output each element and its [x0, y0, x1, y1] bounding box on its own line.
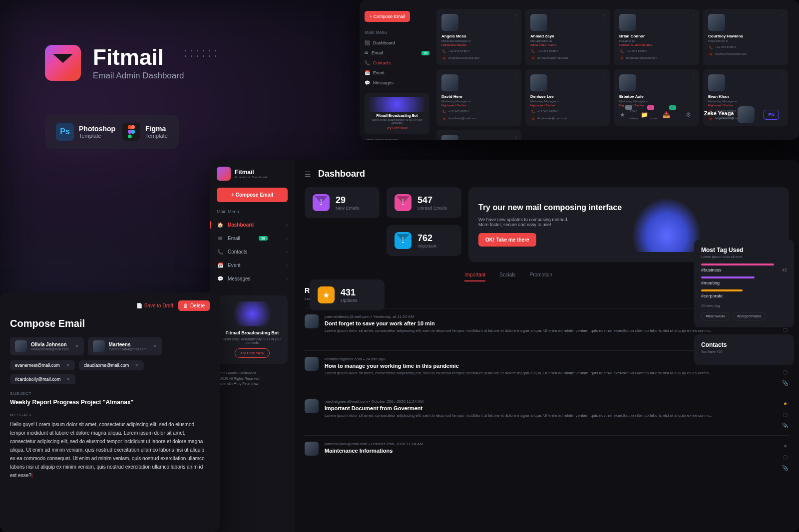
remove-icon: ✕ [66, 377, 70, 382]
tag-bar: #business45 [701, 264, 787, 272]
contact-card[interactable]: ⋮Ahmad ZaynPhotographer atAudio Video Te… [525, 9, 610, 65]
compose-panel: 📄 Save to Draft 🗑 Delete Compose Email O… [0, 292, 220, 532]
brand: FitmailEmail Admin Dashboard [217, 167, 288, 181]
recipient-chip[interactable]: ricardoboily@mail.com✕ [10, 374, 75, 384]
compose-email-button[interactable]: + Compose Email [217, 188, 288, 202]
star-icon: ★ [781, 442, 789, 450]
nav-item-event[interactable]: 📅Event› [217, 259, 288, 272]
recipient-chip[interactable]: evanernest@mail.com✕ [10, 360, 75, 370]
menu-label: Main Menu [365, 30, 429, 35]
attachment-icon: 📎 [781, 464, 789, 472]
user-menu[interactable]: Zeke YeagaSuperadmin [704, 106, 755, 123]
try-free-button[interactable]: Try Free Now [369, 126, 425, 130]
remove-icon: ✕ [135, 363, 139, 368]
tool-figma[interactable]: FigmaTemplate [122, 123, 168, 141]
topbar: ★38 📁12 📥67 ⚙ Zeke YeagaSuperadmin EN [489, 100, 789, 130]
star-icon: ★ [781, 399, 789, 407]
recipient-chip[interactable]: Marteensmarteens404@mail.com✕ [88, 337, 162, 355]
remove-icon: ✕ [75, 344, 79, 349]
stat-updates[interactable]: ★431Updates [310, 279, 385, 310]
starred-button[interactable]: ★38 [616, 108, 629, 121]
nav-item-contacts[interactable]: 📞Contacts› [217, 245, 288, 259]
archive-icon: ▢ [781, 453, 789, 461]
nav-item-messages[interactable]: 💬Messages› [217, 272, 288, 285]
avatar [738, 106, 755, 123]
compose-button[interactable]: + Compose Email [365, 11, 410, 22]
attachment-icon: 📎 [781, 379, 789, 387]
email-row[interactable]: jamesxuprov@mail.com • October 25th, 202… [305, 435, 789, 478]
nav-item-email[interactable]: ✉Email38› [217, 232, 288, 245]
tag-chip[interactable]: #teamwork [701, 312, 730, 320]
rocket-illustration [632, 197, 702, 252]
delete-button[interactable]: 🗑 Delete [178, 300, 210, 311]
hero-cta-button[interactable]: OK! Take me there [478, 233, 536, 247]
subject-input[interactable]: Weekly Report Progress Project "Almanax" [10, 399, 210, 406]
language-button[interactable]: EN [764, 110, 779, 120]
stat-unread-emails[interactable]: !547Unread Emails [387, 187, 461, 218]
try-free-now-button[interactable]: Try Free Now [235, 348, 270, 358]
archive-icon: ▢ [781, 410, 789, 418]
contact-card[interactable]: ⋮Fanny HumbleMarketing Manager atHighspe… [436, 130, 521, 140]
sidebar-item-event[interactable]: 📅Event [365, 68, 429, 78]
promo-card: Fitmail Broadcasting Bot Send email auto… [217, 295, 288, 364]
sidebar-item-messages[interactable]: 💬Messages [365, 78, 429, 88]
attachment-icon: 📎 [781, 421, 789, 429]
svg-point-1 [131, 125, 135, 129]
hamburger-icon[interactable]: ☰ [305, 170, 311, 178]
promo-card: Fitmail Broadcasting Bot Send email auto… [365, 93, 429, 134]
compose-title: Compose Email [10, 318, 210, 329]
recipient-chip[interactable]: Olivia Johnsonoliviajohnson@mail.com✕ [10, 337, 84, 355]
remove-icon: ✕ [153, 344, 157, 349]
contacts-widget: Contacts You have 456 [694, 334, 794, 365]
remove-icon: ✕ [66, 363, 70, 368]
hero-title: Fitmail [93, 45, 184, 70]
tab-socials[interactable]: Socials [499, 272, 515, 281]
stat-new-emails[interactable]: !29New Emails [305, 187, 380, 218]
recipient-chip[interactable]: claudiaxme@mail.com✕ [79, 360, 144, 370]
email-row[interactable]: machelgreen@mail.com • October 25th, 202… [305, 393, 789, 435]
tag-bar: #meeting [701, 276, 787, 285]
sidebar-item-contacts[interactable]: 📞Contacts [365, 58, 429, 68]
nav-item-dashboard[interactable]: 🏠Dashboard› [217, 218, 288, 232]
most-tag-widget: Most Tag Used Lorem ipsum dolor sit ame … [694, 240, 794, 327]
tag-chip[interactable]: #projectmana [733, 312, 766, 320]
hero-subtitle: Email Admin Dashboard [93, 71, 184, 81]
figma-icon [122, 123, 140, 141]
stat-important[interactable]: !762Important [387, 225, 461, 256]
folder-button[interactable]: 📁12 [638, 108, 651, 121]
settings-button[interactable]: ⚙ [682, 108, 695, 121]
tab-important[interactable]: Important [464, 272, 485, 281]
contact-card[interactable]: ⋮Courtney HawkinsProgrammer at📞+12 345 6… [703, 9, 788, 65]
inbox-button[interactable]: 📥67 [660, 108, 673, 121]
svg-point-4 [128, 134, 132, 138]
svg-point-3 [131, 130, 135, 134]
tools-row: Ps PhotoshopTemplate FigmaTemplate [45, 115, 179, 149]
tag-bar: #corporate [701, 289, 787, 298]
logo [45, 45, 81, 81]
contact-card[interactable]: ⋮Angela MossMarketing Manager atHighspee… [436, 9, 521, 65]
contact-card[interactable]: ⋮Brian ConnorDesigner atCrimson Guards S… [614, 9, 699, 65]
save-draft-button[interactable]: 📄 Save to Draft [136, 300, 173, 311]
message-textarea[interactable]: Hello guys! Lorem ipsum dolor sit amet, … [10, 420, 210, 480]
logo-icon [217, 167, 231, 181]
photoshop-icon: Ps [56, 123, 74, 141]
tool-photoshop[interactable]: Ps PhotoshopTemplate [56, 123, 115, 141]
page-title: Dashboard [318, 169, 365, 179]
sidebar-item-email[interactable]: ✉Email28 [365, 48, 429, 58]
sidebar-item-dashboard[interactable]: ⬛Dashboard [365, 38, 429, 48]
tab-promotion[interactable]: Promotion [530, 272, 553, 281]
